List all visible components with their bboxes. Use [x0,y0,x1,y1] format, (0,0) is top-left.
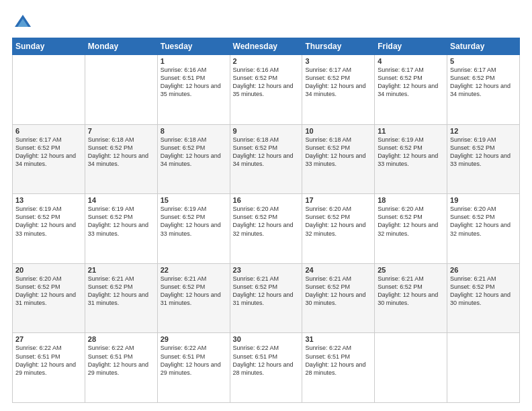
calendar-cell: 13Sunrise: 6:19 AM Sunset: 6:52 PM Dayli… [13,194,85,264]
day-info: Sunrise: 6:18 AM Sunset: 6:52 PM Dayligh… [305,136,371,169]
calendar-cell: 10Sunrise: 6:18 AM Sunset: 6:52 PM Dayli… [302,124,375,194]
calendar-cell: 26Sunrise: 6:21 AM Sunset: 6:52 PM Dayli… [447,263,520,333]
calendar-week-row: 13Sunrise: 6:19 AM Sunset: 6:52 PM Dayli… [13,194,520,264]
day-info: Sunrise: 6:17 AM Sunset: 6:52 PM Dayligh… [450,66,517,99]
day-number: 21 [88,266,154,274]
day-number: 1 [161,57,227,65]
day-number: 9 [233,127,300,135]
day-info: Sunrise: 6:22 AM Sunset: 6:51 PM Dayligh… [161,344,227,377]
calendar-week-row: 1Sunrise: 6:16 AM Sunset: 6:51 PM Daylig… [13,55,520,125]
calendar-day-header: Monday [85,38,157,55]
calendar-day-header: Thursday [302,38,375,55]
day-info: Sunrise: 6:21 AM Sunset: 6:52 PM Dayligh… [305,275,371,308]
calendar-cell: 8Sunrise: 6:18 AM Sunset: 6:52 PM Daylig… [157,124,230,194]
calendar-cell [447,333,520,403]
day-number: 11 [378,127,444,135]
day-number: 15 [161,196,227,204]
day-info: Sunrise: 6:19 AM Sunset: 6:52 PM Dayligh… [161,205,227,238]
day-info: Sunrise: 6:18 AM Sunset: 6:52 PM Dayligh… [233,136,300,169]
calendar-cell: 3Sunrise: 6:17 AM Sunset: 6:52 PM Daylig… [302,55,375,125]
calendar-cell: 15Sunrise: 6:19 AM Sunset: 6:52 PM Dayli… [157,194,230,264]
day-info: Sunrise: 6:20 AM Sunset: 6:52 PM Dayligh… [450,205,517,238]
day-info: Sunrise: 6:21 AM Sunset: 6:52 PM Dayligh… [450,275,517,308]
day-number: 16 [233,196,300,204]
calendar-cell: 16Sunrise: 6:20 AM Sunset: 6:52 PM Dayli… [230,194,302,264]
calendar-cell [85,55,157,125]
calendar-week-row: 20Sunrise: 6:20 AM Sunset: 6:52 PM Dayli… [13,263,520,333]
day-info: Sunrise: 6:16 AM Sunset: 6:52 PM Dayligh… [233,66,300,99]
calendar-cell: 28Sunrise: 6:22 AM Sunset: 6:51 PM Dayli… [85,333,157,403]
day-number: 28 [88,335,154,343]
day-info: Sunrise: 6:17 AM Sunset: 6:52 PM Dayligh… [15,136,82,169]
calendar-cell: 17Sunrise: 6:20 AM Sunset: 6:52 PM Dayli… [302,194,375,264]
calendar-cell: 22Sunrise: 6:21 AM Sunset: 6:52 PM Dayli… [157,263,230,333]
calendar-cell: 19Sunrise: 6:20 AM Sunset: 6:52 PM Dayli… [447,194,520,264]
logo [12,12,32,31]
day-number: 13 [15,196,82,204]
calendar-cell: 9Sunrise: 6:18 AM Sunset: 6:52 PM Daylig… [230,124,302,194]
day-number: 24 [305,266,371,274]
calendar-cell: 21Sunrise: 6:21 AM Sunset: 6:52 PM Dayli… [85,263,157,333]
calendar-cell: 2Sunrise: 6:16 AM Sunset: 6:52 PM Daylig… [230,55,302,125]
day-info: Sunrise: 6:21 AM Sunset: 6:52 PM Dayligh… [378,275,444,308]
calendar-cell [375,333,447,403]
page-header [12,12,520,31]
calendar-week-row: 6Sunrise: 6:17 AM Sunset: 6:52 PM Daylig… [13,124,520,194]
calendar-cell: 4Sunrise: 6:17 AM Sunset: 6:52 PM Daylig… [375,55,447,125]
calendar-cell: 11Sunrise: 6:19 AM Sunset: 6:52 PM Dayli… [375,124,447,194]
day-info: Sunrise: 6:16 AM Sunset: 6:51 PM Dayligh… [161,66,227,99]
day-info: Sunrise: 6:20 AM Sunset: 6:52 PM Dayligh… [15,275,82,308]
calendar-cell: 27Sunrise: 6:22 AM Sunset: 6:51 PM Dayli… [13,333,85,403]
calendar-cell: 29Sunrise: 6:22 AM Sunset: 6:51 PM Dayli… [157,333,230,403]
day-number: 22 [161,266,227,274]
calendar-cell: 7Sunrise: 6:18 AM Sunset: 6:52 PM Daylig… [85,124,157,194]
calendar-cell: 12Sunrise: 6:19 AM Sunset: 6:52 PM Dayli… [447,124,520,194]
day-number: 19 [450,196,517,204]
calendar-header-row: SundayMondayTuesdayWednesdayThursdayFrid… [13,38,520,55]
day-info: Sunrise: 6:22 AM Sunset: 6:51 PM Dayligh… [88,344,154,377]
calendar-week-row: 27Sunrise: 6:22 AM Sunset: 6:51 PM Dayli… [13,333,520,403]
day-info: Sunrise: 6:17 AM Sunset: 6:52 PM Dayligh… [305,66,371,99]
calendar-day-header: Sunday [13,38,85,55]
day-number: 30 [233,335,300,343]
day-number: 4 [378,57,444,65]
day-number: 23 [233,266,300,274]
calendar-cell: 5Sunrise: 6:17 AM Sunset: 6:52 PM Daylig… [447,55,520,125]
calendar-cell: 24Sunrise: 6:21 AM Sunset: 6:52 PM Dayli… [302,263,375,333]
day-info: Sunrise: 6:20 AM Sunset: 6:52 PM Dayligh… [378,205,444,238]
day-number: 18 [378,196,444,204]
day-number: 20 [15,266,82,274]
day-number: 29 [161,335,227,343]
day-number: 3 [305,57,371,65]
calendar-day-header: Friday [375,38,447,55]
calendar-cell: 18Sunrise: 6:20 AM Sunset: 6:52 PM Dayli… [375,194,447,264]
day-info: Sunrise: 6:22 AM Sunset: 6:51 PM Dayligh… [15,344,82,377]
day-info: Sunrise: 6:18 AM Sunset: 6:52 PM Dayligh… [88,136,154,169]
day-number: 5 [450,57,517,65]
calendar-cell: 6Sunrise: 6:17 AM Sunset: 6:52 PM Daylig… [13,124,85,194]
day-info: Sunrise: 6:21 AM Sunset: 6:52 PM Dayligh… [161,275,227,308]
calendar-cell: 23Sunrise: 6:21 AM Sunset: 6:52 PM Dayli… [230,263,302,333]
day-number: 7 [88,127,154,135]
logo-icon [13,12,32,31]
day-number: 26 [450,266,517,274]
day-info: Sunrise: 6:21 AM Sunset: 6:52 PM Dayligh… [233,275,300,308]
day-info: Sunrise: 6:19 AM Sunset: 6:52 PM Dayligh… [88,205,154,238]
calendar-day-header: Wednesday [230,38,302,55]
day-number: 6 [15,127,82,135]
day-number: 17 [305,196,371,204]
day-number: 31 [305,335,371,343]
calendar-cell: 31Sunrise: 6:22 AM Sunset: 6:51 PM Dayli… [302,333,375,403]
day-info: Sunrise: 6:18 AM Sunset: 6:52 PM Dayligh… [161,136,227,169]
calendar-day-header: Saturday [447,38,520,55]
calendar-cell: 25Sunrise: 6:21 AM Sunset: 6:52 PM Dayli… [375,263,447,333]
day-info: Sunrise: 6:20 AM Sunset: 6:52 PM Dayligh… [233,205,300,238]
day-number: 2 [233,57,300,65]
day-number: 14 [88,196,154,204]
calendar-table: SundayMondayTuesdayWednesdayThursdayFrid… [12,38,520,403]
day-info: Sunrise: 6:19 AM Sunset: 6:52 PM Dayligh… [378,136,444,169]
day-number: 27 [15,335,82,343]
calendar-cell: 1Sunrise: 6:16 AM Sunset: 6:51 PM Daylig… [157,55,230,125]
day-info: Sunrise: 6:22 AM Sunset: 6:51 PM Dayligh… [305,344,371,377]
day-number: 8 [161,127,227,135]
